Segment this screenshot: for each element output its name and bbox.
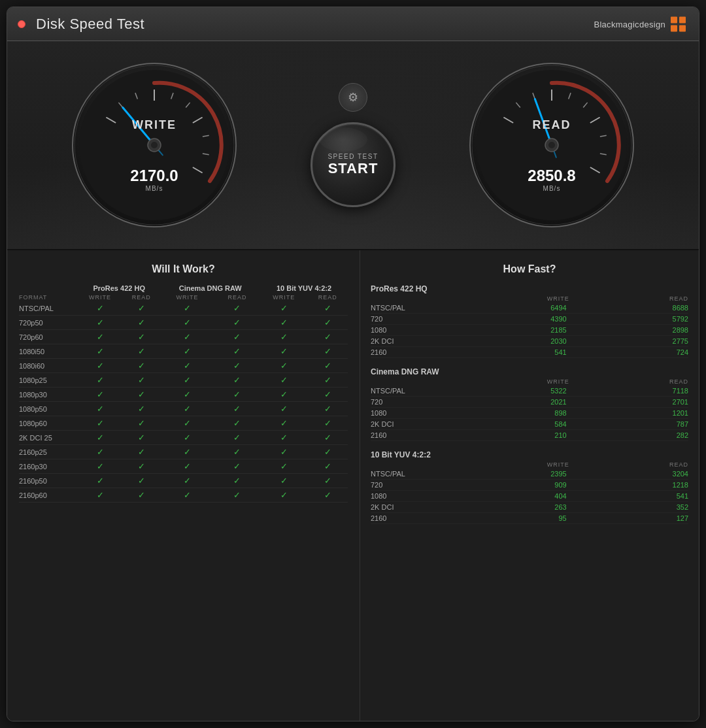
start-button[interactable]: SPEED TEST START (311, 122, 395, 207)
check-cell: ✓ (122, 459, 160, 474)
check-cell: ✓ (160, 488, 214, 503)
hf-col-header: READ (569, 461, 688, 469)
read-gauge: READ 2850.8 MB/s (467, 60, 637, 230)
how-fast-content: ProRes 422 HQWRITEREADNTSC/PAL6494868872… (371, 283, 688, 524)
list-item: 2K DCI20302775 (371, 336, 688, 347)
close-button[interactable] (18, 20, 25, 28)
hf-read-value: 724 (569, 347, 688, 358)
check-cell: ✓ (78, 431, 122, 445)
will-it-work-panel: Will It Work? ProRes 422 HQ Cinema DNG R… (7, 250, 360, 721)
check-cell: ✓ (160, 388, 214, 402)
hf-write-value: 541 (429, 347, 569, 358)
check-cell: ✓ (214, 388, 260, 402)
brand-logo: Blackmagicdesign (594, 16, 686, 31)
hf-row-label: 2K DCI (371, 419, 429, 430)
hf-col-header: READ (569, 378, 688, 386)
check-cell: ✓ (214, 301, 260, 316)
check-cell: ✓ (78, 402, 122, 416)
hf-read-value: 1218 (569, 480, 688, 491)
svg-text:MB/s: MB/s (145, 185, 163, 192)
hf-write-value: 2030 (429, 336, 569, 347)
hf-row-label: 2160 (371, 347, 429, 358)
list-item: 216095127 (371, 513, 688, 524)
will-it-work-table: ProRes 422 HQ Cinema DNG RAW 10 Bit YUV … (19, 283, 348, 503)
list-item: 10808981201 (371, 408, 688, 419)
hf-row-label: 2K DCI (371, 502, 429, 513)
hf-table: 10 Bit YUV 4:2:2WRITEREADNTSC/PAL2395320… (371, 449, 688, 524)
check-cell: ✓ (260, 416, 307, 431)
check-cell: ✓ (214, 416, 260, 431)
hf-write-value: 2021 (429, 397, 569, 408)
hf-group-title: 10 Bit YUV 4:2:2 (371, 449, 688, 461)
hf-write-value: 5322 (429, 386, 569, 397)
list-item: 2K DCI263352 (371, 502, 688, 513)
check-cell: ✓ (307, 459, 348, 474)
hf-table: ProRes 422 HQWRITEREADNTSC/PAL6494868872… (371, 283, 688, 358)
sub-h-read-1: READ (122, 293, 160, 301)
table-row: 1080p25✓✓✓✓✓✓ (19, 373, 348, 388)
check-cell: ✓ (160, 431, 214, 445)
title-bar: Disk Speed Test Blackmagicdesign (7, 7, 699, 41)
check-cell: ✓ (307, 344, 348, 359)
svg-text:MB/s: MB/s (543, 185, 561, 192)
col-group-prores: ProRes 422 HQ (78, 283, 160, 293)
col-group-dng: Cinema DNG RAW (160, 283, 260, 293)
list-item: 2K DCI584787 (371, 419, 688, 430)
format-col-header: FORMAT (19, 293, 78, 301)
hf-write-value: 4390 (429, 314, 569, 325)
hf-group-title: Cinema DNG RAW (371, 366, 688, 378)
col-group-yuv: 10 Bit YUV 4:2:2 (260, 283, 348, 293)
list-item: NTSC/PAL23953204 (371, 469, 688, 480)
check-cell: ✓ (122, 330, 160, 344)
row-label: 1080i50 (19, 344, 78, 359)
sub-h-write-1: WRITE (78, 293, 122, 301)
table-row: 1080p60✓✓✓✓✓✓ (19, 416, 348, 431)
list-item: 7209091218 (371, 480, 688, 491)
hf-write-value: 909 (429, 480, 569, 491)
check-cell: ✓ (214, 330, 260, 344)
hf-col-header: WRITE (429, 461, 569, 469)
brand-sq-4 (679, 25, 686, 31)
hf-col-header: READ (569, 295, 688, 303)
hf-read-value: 352 (569, 502, 688, 513)
hf-group-title: ProRes 422 HQ (371, 283, 688, 295)
svg-text:WRITE: WRITE (132, 118, 176, 131)
table-row: 2160p30✓✓✓✓✓✓ (19, 459, 348, 474)
check-cell: ✓ (78, 373, 122, 388)
check-cell: ✓ (78, 416, 122, 431)
check-cell: ✓ (307, 402, 348, 416)
brand-sq-2 (679, 16, 686, 23)
settings-button[interactable]: ⚙ (339, 83, 367, 112)
table-row: 720p50✓✓✓✓✓✓ (19, 316, 348, 330)
row-label: 2160p50 (19, 474, 78, 488)
table-row: 1080p50✓✓✓✓✓✓ (19, 402, 348, 416)
hf-read-value: 541 (569, 491, 688, 502)
row-label: 2K DCI 25 (19, 431, 78, 445)
list-item: NTSC/PAL64948688 (371, 303, 688, 314)
check-cell: ✓ (214, 445, 260, 459)
check-cell: ✓ (260, 373, 307, 388)
table-row: 2160p60✓✓✓✓✓✓ (19, 488, 348, 503)
check-cell: ✓ (307, 488, 348, 503)
check-cell: ✓ (160, 474, 214, 488)
start-button-sub: SPEED TEST (328, 153, 378, 160)
svg-text:READ: READ (533, 118, 571, 131)
check-cell: ✓ (78, 301, 122, 316)
hf-write-value: 584 (429, 419, 569, 430)
hf-read-value: 1201 (569, 408, 688, 419)
check-cell: ✓ (160, 316, 214, 330)
list-item: 2160210282 (371, 430, 688, 441)
check-cell: ✓ (78, 459, 122, 474)
hf-write-value: 263 (429, 502, 569, 513)
check-cell: ✓ (78, 316, 122, 330)
hf-row-label: NTSC/PAL (371, 386, 429, 397)
hf-write-value: 2395 (429, 469, 569, 480)
check-cell: ✓ (160, 416, 214, 431)
check-cell: ✓ (160, 330, 214, 344)
check-cell: ✓ (122, 402, 160, 416)
hf-block: 10 Bit YUV 4:2:2WRITEREADNTSC/PAL2395320… (371, 449, 688, 524)
check-cell: ✓ (214, 402, 260, 416)
row-label: 720p60 (19, 330, 78, 344)
read-gauge-svg: READ 2850.8 MB/s (467, 60, 637, 230)
list-item: 108021852898 (371, 325, 688, 336)
